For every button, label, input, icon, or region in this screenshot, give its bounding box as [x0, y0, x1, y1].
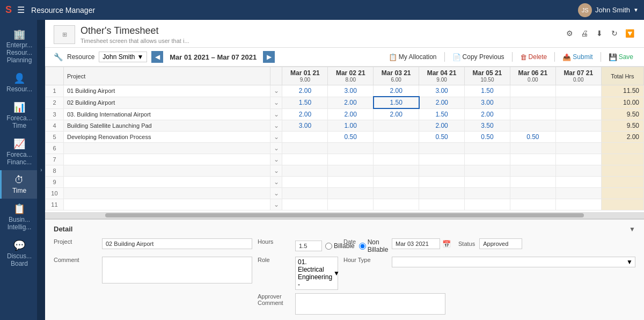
refresh-icon[interactable]: ↻ [609, 27, 620, 39]
hours-input[interactable] [295, 241, 322, 251]
hours-cell[interactable]: 2.00 [328, 97, 374, 108]
hours-cell[interactable] [374, 143, 419, 154]
project-name-cell[interactable]: 03. Building International Airport [63, 108, 270, 120]
hours-cell[interactable]: 3.00 [282, 120, 328, 132]
table-row[interactable]: 8⌄ [46, 165, 644, 177]
hours-cell[interactable] [282, 177, 328, 188]
hours-cell[interactable] [465, 154, 510, 165]
hours-cell[interactable]: 2.00 [465, 108, 510, 120]
project-name-cell[interactable] [63, 177, 270, 188]
sidebar-item-time[interactable]: ⏱ Time [0, 170, 37, 199]
hours-cell[interactable] [555, 165, 601, 177]
project-name-cell[interactable] [63, 188, 270, 199]
hours-cell[interactable] [282, 154, 328, 165]
hours-cell[interactable]: 2.00 [374, 85, 419, 97]
hours-cell[interactable] [282, 143, 328, 154]
hours-cell[interactable] [465, 177, 510, 188]
hours-cell[interactable] [374, 177, 419, 188]
hours-cell[interactable]: 1.50 [282, 97, 328, 108]
hours-cell[interactable] [328, 177, 374, 188]
hours-cell[interactable]: 2.00 [419, 97, 465, 108]
row-dropdown[interactable]: ⌄ [270, 199, 282, 210]
table-row[interactable]: 101 Building Airport⌄2.003.002.003.001.5… [46, 85, 644, 97]
grid-scroll[interactable]: Project Mar 01 21 9.00 Mar 02 21 8.00 [45, 67, 644, 212]
sidebar-toggle[interactable]: › [38, 20, 45, 320]
hours-cell[interactable] [555, 177, 601, 188]
hours-cell[interactable] [465, 188, 510, 199]
submit-button[interactable]: 📤 Submit [560, 52, 595, 62]
hours-cell[interactable]: 0.50 [465, 132, 510, 143]
hours-cell[interactable] [328, 154, 374, 165]
row-dropdown[interactable]: ⌄ [270, 177, 282, 188]
hours-cell[interactable]: 3.50 [465, 120, 510, 132]
row-dropdown[interactable]: ⌄ [270, 154, 282, 165]
project-name-cell[interactable] [63, 154, 270, 165]
project-name-cell[interactable]: 01 Building Airport [63, 85, 270, 97]
detail-collapse-button[interactable]: ▼ [629, 226, 635, 233]
row-dropdown[interactable]: ⌄ [270, 85, 282, 97]
sidebar-item-forecast-time[interactable]: 📊 Foreca...Time [0, 97, 37, 134]
hours-cell[interactable]: 3.00 [465, 97, 510, 108]
hours-cell[interactable] [555, 120, 601, 132]
hours-cell[interactable] [510, 108, 555, 120]
hours-cell[interactable] [555, 143, 601, 154]
hours-cell[interactable] [510, 143, 555, 154]
hours-cell[interactable]: 0.50 [328, 132, 374, 143]
hours-cell[interactable] [419, 188, 465, 199]
row-dropdown[interactable]: ⌄ [270, 97, 282, 108]
hours-cell[interactable] [465, 199, 510, 210]
sidebar-item-discuss[interactable]: 💬 Discus...Board [0, 235, 37, 272]
hours-cell[interactable] [510, 120, 555, 132]
table-row[interactable]: 6⌄ [46, 143, 644, 154]
hours-cell[interactable] [282, 165, 328, 177]
row-dropdown[interactable]: ⌄ [270, 188, 282, 199]
date-input[interactable] [392, 238, 440, 249]
table-row[interactable]: 202 Building Airport⌄1.502.001.502.003.0… [46, 97, 644, 108]
hours-cell[interactable] [555, 97, 601, 108]
hours-cell[interactable] [555, 132, 601, 143]
project-name-cell[interactable]: Developing Renovation Process [63, 132, 270, 143]
table-row[interactable]: 7⌄ [46, 154, 644, 165]
hours-cell[interactable]: 1.50 [465, 85, 510, 97]
project-input[interactable] [102, 238, 252, 249]
comment-textarea[interactable] [102, 257, 252, 283]
hours-cell[interactable] [465, 143, 510, 154]
project-name-cell[interactable]: Building Satellite Launching Pad [63, 120, 270, 132]
hours-cell[interactable] [419, 177, 465, 188]
hours-cell[interactable] [419, 143, 465, 154]
resource-dropdown[interactable]: John Smith ▼ [99, 52, 147, 62]
hours-cell[interactable] [282, 132, 328, 143]
user-menu[interactable]: JS John Smith ▼ [578, 3, 639, 17]
table-row[interactable]: 303. Building International Airport⌄2.00… [46, 108, 644, 120]
hours-cell[interactable]: 3.00 [419, 85, 465, 97]
hours-cell[interactable] [374, 120, 419, 132]
row-dropdown[interactable]: ⌄ [270, 120, 282, 132]
hours-cell[interactable] [555, 199, 601, 210]
hours-cell[interactable]: 1.00 [328, 120, 374, 132]
hours-cell[interactable] [282, 188, 328, 199]
hours-cell[interactable] [510, 165, 555, 177]
hours-cell[interactable] [328, 165, 374, 177]
hours-cell[interactable]: 2.00 [374, 108, 419, 120]
hours-cell[interactable] [328, 199, 374, 210]
hours-cell[interactable] [374, 199, 419, 210]
hours-cell[interactable] [510, 199, 555, 210]
project-name-cell[interactable]: 02 Building Airport [63, 97, 270, 108]
my-allocation-button[interactable]: 📋 My Allocation [386, 52, 439, 62]
approver-comment-textarea[interactable] [295, 293, 445, 315]
table-row[interactable]: 4Building Satellite Launching Pad⌄3.001.… [46, 120, 644, 132]
hours-cell[interactable] [328, 188, 374, 199]
project-name-cell[interactable] [63, 165, 270, 177]
hours-cell[interactable]: 2.00 [282, 85, 328, 97]
table-row[interactable]: 5Developing Renovation Process⌄0.500.500… [46, 132, 644, 143]
hamburger-menu[interactable]: ☰ [17, 5, 25, 15]
row-dropdown[interactable]: ⌄ [270, 132, 282, 143]
table-row[interactable]: 9⌄ [46, 177, 644, 188]
hours-cell[interactable]: 2.00 [328, 108, 374, 120]
hours-cell[interactable] [555, 108, 601, 120]
filter-icon[interactable]: 🔽 [624, 27, 635, 39]
hours-cell[interactable] [510, 97, 555, 108]
project-name-cell[interactable] [63, 199, 270, 210]
hours-cell[interactable]: 3.00 [328, 85, 374, 97]
copy-previous-button[interactable]: 📄 Copy Previous [450, 52, 507, 62]
